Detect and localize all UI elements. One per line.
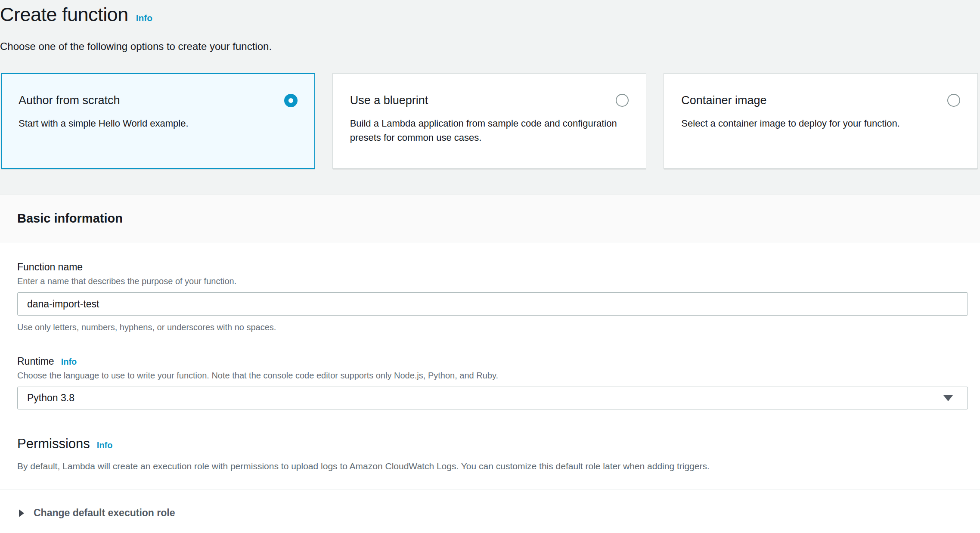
card-description: Build a Lambda application from sample c… — [350, 116, 629, 145]
page-subtitle: Choose one of the following options to c… — [0, 40, 968, 53]
page-title: Create function — [0, 3, 128, 27]
permissions-heading-row: Permissions Info — [17, 436, 968, 452]
basic-information-panel: Basic information Function name Enter a … — [0, 195, 980, 533]
caret-right-icon — [19, 509, 24, 517]
radio-unselected-icon[interactable] — [947, 94, 960, 107]
runtime-select[interactable]: Python 3.8 — [17, 387, 968, 409]
option-card-author-from-scratch[interactable]: Author from scratch Start with a simple … — [1, 73, 315, 169]
radio-unselected-icon[interactable] — [616, 94, 629, 107]
basic-information-header: Basic information — [0, 195, 980, 242]
function-name-input[interactable] — [17, 292, 968, 316]
card-description: Select a container image to deploy for y… — [681, 116, 960, 130]
permissions-group: Permissions Info By default, Lambda will… — [17, 436, 968, 471]
radio-selected-icon[interactable] — [284, 94, 298, 107]
card-title: Author from scratch — [19, 93, 120, 107]
runtime-info-link[interactable]: Info — [61, 357, 77, 367]
option-card-container-image[interactable]: Container image Select a container image… — [664, 73, 978, 169]
option-card-use-a-blueprint[interactable]: Use a blueprint Build a Lambda applicati… — [332, 73, 647, 169]
basic-information-body: Function name Enter a name that describe… — [0, 242, 980, 533]
card-title-row: Container image — [681, 93, 960, 107]
chevron-down-icon — [943, 395, 953, 401]
function-name-constraint: Use only letters, numbers, hyphens, or u… — [17, 322, 968, 332]
page-header: Create function Info Choose one of the f… — [0, 0, 980, 53]
runtime-group: Runtime Info Choose the language to use … — [17, 356, 968, 409]
function-name-label: Function name — [17, 261, 968, 273]
runtime-label: Runtime — [17, 356, 54, 367]
create-function-page: Create function Info Choose one of the f… — [0, 0, 980, 533]
basic-information-heading: Basic information — [17, 211, 123, 225]
card-title: Container image — [681, 93, 766, 107]
page-title-info-link[interactable]: Info — [136, 13, 152, 23]
card-title: Use a blueprint — [350, 93, 428, 107]
expander-label: Change default execution role — [34, 507, 175, 519]
permissions-info-link[interactable]: Info — [97, 440, 113, 450]
runtime-label-row: Runtime Info — [17, 356, 968, 367]
change-default-execution-role-expander[interactable]: Change default execution role — [17, 490, 968, 533]
creation-option-cards: Author from scratch Start with a simple … — [1, 73, 978, 169]
runtime-selected-value: Python 3.8 — [27, 392, 74, 404]
card-title-row: Use a blueprint — [350, 93, 629, 107]
card-description: Start with a simple Hello World example. — [19, 116, 298, 130]
function-name-description: Enter a name that describes the purpose … — [17, 276, 968, 286]
card-title-row: Author from scratch — [19, 93, 298, 107]
permissions-heading: Permissions — [17, 436, 90, 452]
permissions-description: By default, Lambda will create an execut… — [17, 461, 968, 471]
runtime-description: Choose the language to use to write your… — [17, 371, 968, 381]
function-name-group: Function name Enter a name that describe… — [17, 261, 968, 332]
page-title-row: Create function Info — [0, 3, 968, 27]
